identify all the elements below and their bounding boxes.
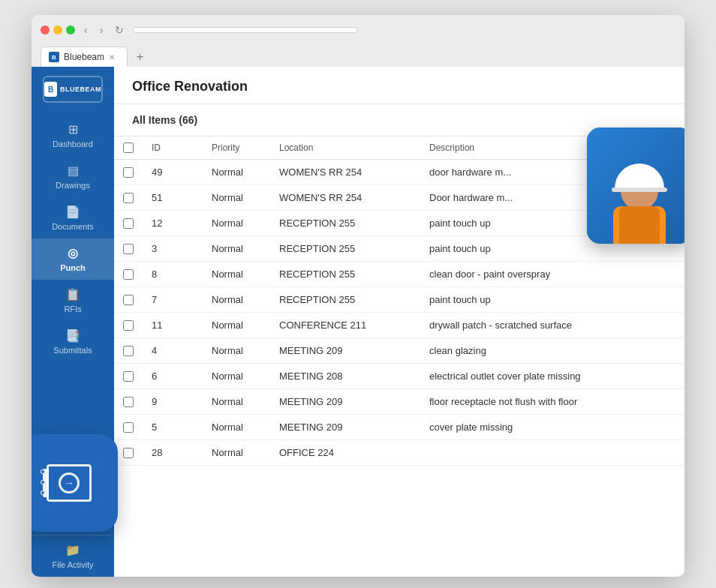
row-checkbox[interactable] (123, 346, 134, 356)
sidebar-item-documents[interactable]: 📄 Documents (32, 197, 114, 238)
row-id: 28 (143, 440, 203, 466)
row-location: WOMEN'S RR 254 (270, 160, 420, 185)
row-checkbox-cell[interactable] (114, 160, 143, 185)
row-priority: Normal (203, 364, 270, 389)
row-checkbox[interactable] (123, 218, 134, 229)
row-checkbox[interactable] (123, 320, 134, 331)
worker-vest (619, 206, 660, 244)
row-checkbox-cell[interactable] (114, 415, 143, 440)
tab-label: Bluebeam (64, 52, 104, 62)
row-checkbox-cell[interactable] (114, 313, 143, 338)
row-priority: Normal (203, 415, 270, 440)
documents-icon: 📄 (65, 205, 80, 219)
table-row[interactable]: 28 Normal OFFICE 224 (114, 440, 684, 466)
maximize-button[interactable] (66, 26, 75, 34)
row-id: 7 (143, 287, 203, 313)
punch-icon: ◎ (68, 246, 78, 260)
row-priority: Normal (203, 262, 270, 287)
row-checkbox[interactable] (123, 448, 134, 458)
row-location: RECEPTION 255 (270, 236, 420, 262)
row-checkbox-cell[interactable] (114, 364, 143, 389)
row-checkbox-cell[interactable] (114, 236, 143, 262)
table-row[interactable]: 6 Normal MEETING 208 electrical outlet c… (114, 364, 684, 389)
header-priority[interactable]: Priority (203, 136, 270, 160)
row-description: floor receptacle not flush with floor (420, 389, 684, 415)
row-location: MEETING 209 (270, 415, 420, 440)
row-location: WOMEN'S RR 254 (270, 185, 420, 211)
tabs-row: B Bluebeam ✕ + (41, 46, 675, 67)
row-checkbox-cell[interactable] (114, 211, 143, 236)
minimize-button[interactable] (53, 26, 62, 34)
new-tab-button[interactable]: + (131, 47, 149, 67)
row-checkbox-cell[interactable] (114, 338, 143, 364)
dashboard-icon: ⊞ (68, 122, 78, 136)
logo-text: BLUEBEAM (60, 86, 101, 93)
sidebar-logo: B BLUEBEAM (43, 76, 103, 103)
sidebar-item-punch[interactable]: ◎ Punch (32, 238, 114, 280)
app-icon-card[interactable]: → (32, 434, 118, 532)
row-checkbox[interactable] (123, 422, 134, 433)
table-row[interactable]: 4 Normal MEETING 209 clean glazing (114, 338, 684, 364)
table-row[interactable]: 7 Normal RECEPTION 255 paint touch up (114, 287, 684, 313)
sidebar-item-file-activity[interactable]: 📁 File Activity (32, 535, 114, 577)
row-checkbox[interactable] (123, 371, 134, 382)
table-row[interactable]: 11 Normal CONFERENCE 211 drywall patch -… (114, 313, 684, 338)
sidebar-item-drawings[interactable]: ▤ Drawings (32, 156, 114, 197)
tab-close-icon[interactable]: ✕ (109, 53, 115, 62)
row-checkbox[interactable] (123, 295, 134, 305)
row-location: RECEPTION 255 (270, 262, 420, 287)
row-checkbox-cell[interactable] (114, 389, 143, 415)
row-id: 49 (143, 160, 203, 185)
sidebar-item-label: Punch (60, 263, 86, 272)
row-description: drywall patch - scratched surface (420, 313, 684, 338)
row-priority: Normal (203, 389, 270, 415)
sidebar-item-submittals[interactable]: 📑 Submittals (32, 321, 114, 362)
row-checkbox-cell[interactable] (114, 185, 143, 211)
sidebar-item-label: Submittals (53, 346, 92, 355)
forward-button[interactable]: › (97, 22, 107, 38)
row-priority: Normal (203, 211, 270, 236)
row-id: 12 (143, 211, 203, 236)
row-checkbox[interactable] (123, 397, 134, 407)
sidebar-item-dashboard[interactable]: ⊞ Dashboard (32, 115, 114, 156)
row-checkbox[interactable] (123, 167, 134, 178)
browser-controls: ‹ › ↻ (41, 22, 675, 38)
book-ring-1 (41, 470, 45, 474)
refresh-button[interactable]: ↻ (112, 22, 127, 38)
row-checkbox[interactable] (123, 244, 134, 254)
worker-head (621, 172, 658, 210)
row-checkbox[interactable] (123, 269, 134, 280)
header-checkbox-cell[interactable] (114, 136, 143, 160)
book-ring-2 (41, 480, 45, 484)
row-priority: Normal (203, 287, 270, 313)
row-checkbox-cell[interactable] (114, 440, 143, 466)
table-row[interactable]: 5 Normal MEETING 209 cover plate missing (114, 415, 684, 440)
address-bar[interactable] (133, 27, 358, 33)
row-checkbox-cell[interactable] (114, 262, 143, 287)
page-title: Office Renovation (132, 79, 666, 94)
worker-helmet (615, 164, 664, 190)
row-checkbox-cell[interactable] (114, 287, 143, 313)
drawings-icon: ▤ (68, 164, 79, 178)
header-location[interactable]: Location (270, 136, 420, 160)
active-tab[interactable]: B Bluebeam ✕ (41, 46, 128, 67)
select-all-checkbox[interactable] (123, 142, 134, 153)
row-checkbox[interactable] (123, 193, 134, 203)
table-row[interactable]: 8 Normal RECEPTION 255 clean door - pain… (114, 262, 684, 287)
tab-favicon: B (49, 52, 59, 62)
book-rings (41, 470, 45, 495)
header-id[interactable]: ID (143, 136, 203, 160)
row-priority: Normal (203, 185, 270, 211)
sidebar-item-rfis[interactable]: 📋 RFIs (32, 280, 114, 321)
arrow-icon: → (59, 472, 80, 494)
worker-image (587, 128, 684, 244)
back-button[interactable]: ‹ (81, 22, 91, 38)
row-id: 9 (143, 389, 203, 415)
close-button[interactable] (41, 26, 50, 34)
traffic-lights (41, 26, 75, 34)
table-row[interactable]: 9 Normal MEETING 209 floor receptacle no… (114, 389, 684, 415)
row-id: 51 (143, 185, 203, 211)
browser-chrome: ‹ › ↻ B Bluebeam ✕ + (32, 15, 684, 67)
sidebar-item-label: Documents (52, 222, 94, 231)
page-header: Office Renovation (114, 67, 684, 104)
